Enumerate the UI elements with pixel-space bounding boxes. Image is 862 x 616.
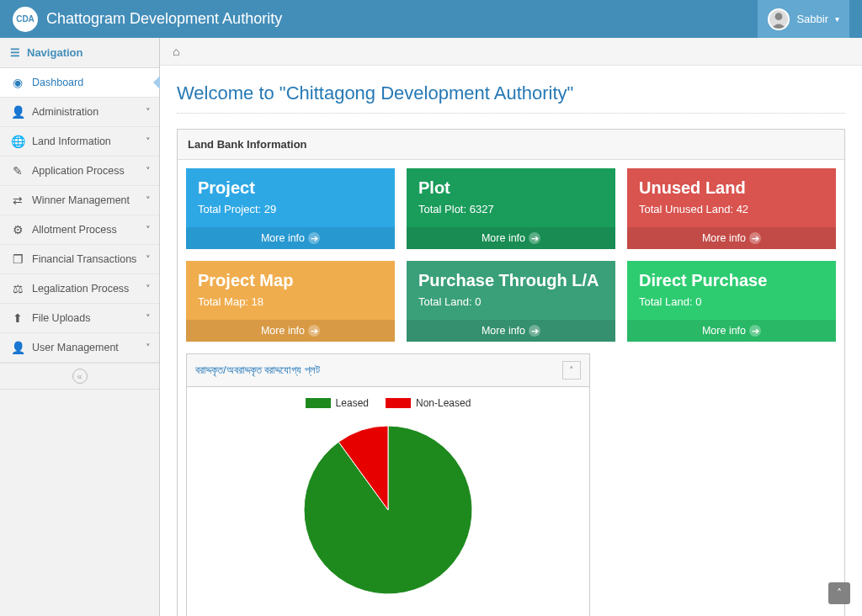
nav-icon: 👤 xyxy=(10,341,25,354)
topbar: CDA Chattogram Development Authority Sab… xyxy=(0,0,862,38)
card-subtitle: Total Unused Land: 42 xyxy=(639,203,824,215)
chevron-down-icon: ˅ xyxy=(146,313,151,324)
card-subtitle: Total Land: 0 xyxy=(639,295,824,308)
more-info-link[interactable]: More info xyxy=(407,320,615,342)
chevron-down-icon: ˅ xyxy=(146,225,151,236)
legend-label-nonleased: Non-Leased xyxy=(416,397,471,409)
chart-title: বরাদ্দকৃত/অবরাদ্দকৃত বরাদ্দযোগ্য প্লট xyxy=(195,364,320,377)
nav-icon: ◉ xyxy=(10,76,25,89)
legend-label-leased: Leased xyxy=(336,397,369,409)
chevron-down-icon: ˅ xyxy=(146,195,151,206)
sidebar-item-label: Application Process xyxy=(32,165,125,177)
nav-icon: 🌐 xyxy=(10,135,25,148)
sidebar-item-label: Financial Transactions xyxy=(32,253,136,265)
nav-icon: ⚙ xyxy=(10,223,25,236)
sidebar-item-financial-transactions[interactable]: ❐Financial Transactions˅ xyxy=(0,245,159,273)
list-icon: ☰ xyxy=(10,46,20,59)
info-card: Purchase Through L/ATotal Land: 0More in… xyxy=(407,261,615,342)
info-card: Unused LandTotal Unused Land: 42More inf… xyxy=(627,168,836,249)
brand-title: Chattogram Development Authority xyxy=(46,10,758,28)
sidebar-item-label: File Uploads xyxy=(32,312,90,324)
card-title: Unused Land xyxy=(639,178,824,198)
sidebar-item-label: Dashboard xyxy=(32,77,83,88)
nav-icon: ⚖ xyxy=(10,282,25,295)
nav-icon: 👤 xyxy=(10,105,25,119)
pie-chart xyxy=(295,417,481,603)
info-card: PlotTotal Plot: 6327More info xyxy=(407,168,615,249)
chevron-up-icon[interactable]: ˄ xyxy=(562,361,581,380)
more-info-link[interactable]: More info xyxy=(186,320,395,342)
legend-swatch-leased xyxy=(306,398,331,408)
chevron-down-icon: ˅ xyxy=(146,166,151,177)
nav-header: ☰ Navigation xyxy=(0,38,159,68)
info-card: ProjectTotal Project: 29More info xyxy=(186,168,395,249)
chevron-down-icon: ˅ xyxy=(146,254,151,265)
more-info-link[interactable]: More info xyxy=(407,227,615,249)
sidebar-item-allotment-process[interactable]: ⚙Allotment Process˅ xyxy=(0,215,159,244)
nav-header-label: Navigation xyxy=(27,46,82,59)
user-name: Sabbir xyxy=(796,13,828,25)
card-title: Plot xyxy=(418,178,604,198)
user-menu[interactable]: Sabbir ▾ xyxy=(758,0,849,38)
chevron-down-icon: ˅ xyxy=(146,343,151,353)
chart-legend: Leased Non-Leased xyxy=(195,397,581,409)
sidebar-item-file-uploads[interactable]: ⬆File Uploads˅ xyxy=(0,304,159,332)
sidebar-item-label: Legalization Process xyxy=(32,283,129,295)
avatar xyxy=(768,8,790,30)
content: ⌂ Welcome to "Chittagong Development Aut… xyxy=(160,38,862,616)
info-card: Direct PurchaseTotal Land: 0More info xyxy=(627,261,836,342)
page-title: Welcome to "Chittagong Development Autho… xyxy=(177,82,845,114)
chart-panel: বরাদ্দকৃত/অবরাদ্দকৃত বরাদ্দযোগ্য প্লট ˄ … xyxy=(186,353,590,616)
caret-down-icon: ▾ xyxy=(835,14,839,24)
land-bank-panel: Land Bank Information ProjectTotal Proje… xyxy=(177,129,845,616)
sidebar-item-user-management[interactable]: 👤User Management˅ xyxy=(0,333,159,362)
nav-icon: ⬆ xyxy=(10,311,25,325)
chevron-down-icon: ˅ xyxy=(146,136,151,147)
more-info-link[interactable]: More info xyxy=(627,227,836,249)
card-title: Project Map xyxy=(198,271,383,290)
sidebar-item-label: Administration xyxy=(32,106,98,118)
info-cards: ProjectTotal Project: 29More infoPlotTot… xyxy=(186,168,836,342)
info-card: Project MapTotal Map: 18More info xyxy=(186,261,395,342)
card-subtitle: Total Plot: 6327 xyxy=(418,203,604,215)
card-title: Direct Purchase xyxy=(639,271,824,290)
scroll-top-button[interactable]: ˄ xyxy=(828,582,850,604)
chevron-down-icon: ˅ xyxy=(146,107,151,118)
sidebar-item-label: User Management xyxy=(32,342,119,353)
card-subtitle: Total Land: 0 xyxy=(418,295,604,308)
card-title: Purchase Through L/A xyxy=(418,271,604,290)
sidebar: ☰ Navigation ◉Dashboard👤Administration˅🌐… xyxy=(0,38,160,616)
card-subtitle: Total Map: 18 xyxy=(198,295,383,308)
sidebar-item-label: Land Information xyxy=(32,135,111,147)
chevron-down-icon: ˅ xyxy=(146,284,151,295)
card-title: Project xyxy=(198,178,383,198)
sidebar-item-winner-management[interactable]: ⇄Winner Management˅ xyxy=(0,186,159,215)
sidebar-item-land-information[interactable]: 🌐Land Information˅ xyxy=(0,127,159,156)
home-icon[interactable]: ⌂ xyxy=(173,45,179,58)
brand-logo: CDA xyxy=(13,7,38,32)
sidebar-item-dashboard[interactable]: ◉Dashboard xyxy=(0,68,159,97)
nav-icon: ❐ xyxy=(10,252,25,266)
sidebar-collapse-button[interactable]: « xyxy=(0,363,159,390)
sidebar-item-label: Winner Management xyxy=(32,194,130,206)
sidebar-item-label: Allotment Process xyxy=(32,224,117,236)
more-info-link[interactable]: More info xyxy=(627,320,836,342)
breadcrumb: ⌂ xyxy=(160,38,862,66)
sidebar-item-application-process[interactable]: ✎Application Process˅ xyxy=(0,157,159,185)
more-info-link[interactable]: More info xyxy=(186,227,395,249)
nav-list: ◉Dashboard👤Administration˅🌐Land Informat… xyxy=(0,68,159,363)
nav-icon: ⇄ xyxy=(10,194,25,207)
legend-swatch-nonleased xyxy=(386,398,411,408)
sidebar-item-administration[interactable]: 👤Administration˅ xyxy=(0,98,159,126)
panel-title: Land Bank Information xyxy=(178,130,844,160)
nav-icon: ✎ xyxy=(10,164,25,178)
sidebar-item-legalization-process[interactable]: ⚖Legalization Process˅ xyxy=(0,274,159,303)
card-subtitle: Total Project: 29 xyxy=(198,203,383,215)
